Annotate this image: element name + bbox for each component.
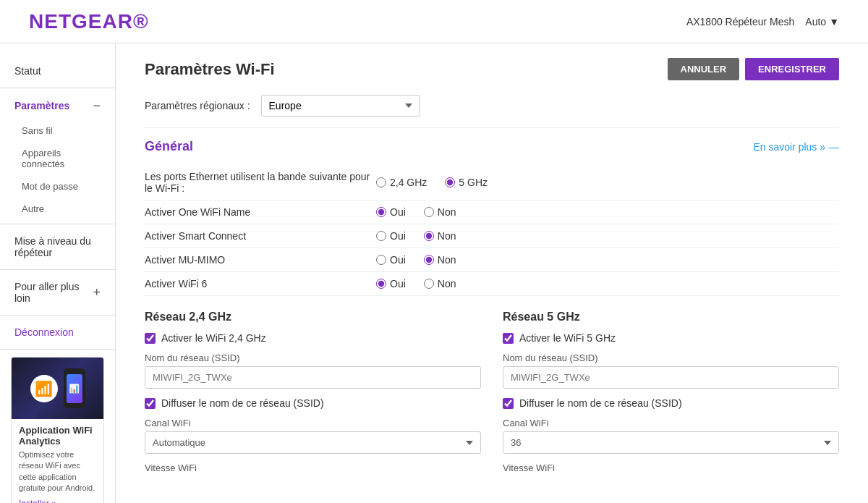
canal-5g-select[interactable]: 36 404448 [503, 431, 839, 454]
ethernet-label: Les ports Ethernet utilisent la bande su… [145, 171, 376, 194]
canal-5g-group: Canal WiFi 36 404448 [503, 418, 839, 454]
app-icon-phone-screen: 📊 [67, 374, 82, 403]
mu-mimo-non-label: Non [438, 254, 456, 266]
one-wifi-row: Activer One WiFi Name Oui Non [145, 200, 839, 224]
ssid-2g-group: Nom du réseau (SSID) [145, 352, 481, 389]
smart-connect-non-radio[interactable] [424, 231, 434, 241]
mu-mimo-row: Activer MU-MIMO Oui Non [145, 248, 839, 272]
mu-mimo-non-radio[interactable] [424, 255, 434, 265]
enable-5g-row: Activer le WiFi 5 GHz [503, 332, 839, 344]
page-header: Paramètres Wi-Fi ANNULER ENREGISTRER [145, 58, 839, 80]
ssid-2g-input[interactable] [145, 366, 481, 389]
network-2g-title: Réseau 2,4 GHz [145, 310, 481, 324]
broadcast-5g-label: Diffuser le nom de ce réseau (SSID) [519, 397, 682, 409]
ssid-5g-label: Nom du réseau (SSID) [503, 352, 839, 363]
app-promo-body: Application WiFi Analytics Optimisez vot… [12, 419, 103, 503]
broadcast-2g-row: Diffuser le nom de ce réseau (SSID) [145, 397, 481, 409]
mu-mimo-oui-option[interactable]: Oui [376, 254, 406, 266]
smart-connect-row: Activer Smart Connect Oui Non [145, 224, 839, 248]
network-2g: Réseau 2,4 GHz Activer le WiFi 2,4 GHz N… [145, 310, 481, 476]
one-wifi-label: Activer One WiFi Name [145, 206, 376, 218]
sidebar-divider-2 [0, 224, 115, 224]
app-icon-circle: 📶 [30, 375, 58, 402]
one-wifi-non-option[interactable]: Non [424, 206, 456, 218]
broadcast-5g-row: Diffuser le nom de ce réseau (SSID) [503, 397, 839, 409]
smart-connect-non-label: Non [438, 230, 456, 242]
wifi6-oui-radio[interactable] [376, 279, 386, 289]
mode-select[interactable]: Auto ▼ [805, 16, 839, 28]
canal-2g-label: Canal WiFi [145, 418, 481, 428]
enable-5g-checkbox[interactable] [503, 333, 514, 344]
wifi6-row: Activer WiFi 6 Oui Non [145, 272, 839, 296]
one-wifi-non-radio[interactable] [424, 207, 434, 217]
sidebar-item-mot-de-passe[interactable]: Mot de passe [0, 175, 115, 198]
logo: NETGEAR® [29, 10, 149, 33]
vitesse-2g-label: Vitesse WiFi [145, 462, 481, 473]
sidebar-app-promo: 📶 📊 Application WiFi Analytics Optimisez… [11, 357, 104, 503]
enable-2g-row: Activer le WiFi 2,4 GHz [145, 332, 481, 344]
one-wifi-non-label: Non [438, 206, 456, 218]
wifi6-non-option[interactable]: Non [424, 278, 456, 289]
app-promo-image: 📶 📊 [12, 358, 103, 419]
smart-connect-oui-radio[interactable] [376, 231, 386, 241]
app-install-link[interactable]: Installer » [19, 499, 96, 503]
mu-mimo-non-option[interactable]: Non [424, 254, 456, 266]
ethernet-5g-label: 5 GHz [459, 177, 488, 188]
sidebar: Statut Paramètres − Sans fil Appareils c… [0, 43, 116, 503]
header-right: AX1800 Répéteur Mesh Auto ▼ [686, 16, 839, 28]
app-title: Application WiFi Analytics [19, 425, 96, 447]
wifi6-oui-option[interactable]: Oui [376, 278, 406, 289]
one-wifi-oui-label: Oui [390, 206, 406, 218]
sidebar-divider-5 [0, 349, 115, 350]
sidebar-item-autre[interactable]: Autre [0, 198, 115, 220]
ethernet-2g-radio[interactable] [376, 177, 386, 187]
broadcast-2g-label: Diffuser le nom de ce réseau (SSID) [161, 397, 324, 409]
sidebar-item-pour-aller[interactable]: Pour aller plus loin + [0, 274, 115, 311]
ssid-5g-input[interactable] [503, 366, 839, 389]
wifi6-non-label: Non [438, 278, 456, 289]
layout: Statut Paramètres − Sans fil Appareils c… [0, 43, 868, 503]
ethernet-radio-group: 2,4 GHz 5 GHz [376, 177, 488, 188]
regional-label: Paramètres régionaux : [145, 100, 250, 111]
sidebar-expand-icon: + [93, 285, 101, 300]
ethernet-5g-option[interactable]: 5 GHz [445, 177, 488, 188]
canal-2g-select[interactable]: Automatique 123 [145, 431, 481, 454]
sidebar-item-mise-a-niveau[interactable]: Mise à niveau du répéteur [0, 228, 115, 266]
sidebar-parametres-label: Paramètres [14, 100, 69, 111]
sidebar-item-statut[interactable]: Statut [0, 58, 115, 84]
sidebar-section-parametres[interactable]: Paramètres − [0, 92, 115, 119]
smart-connect-oui-label: Oui [390, 230, 406, 242]
broadcast-5g-checkbox[interactable] [503, 398, 514, 409]
enable-2g-checkbox[interactable] [145, 333, 156, 344]
two-col-networks: Réseau 2,4 GHz Activer le WiFi 2,4 GHz N… [145, 310, 839, 476]
enable-5g-label: Activer le WiFi 5 GHz [519, 332, 616, 344]
one-wifi-oui-option[interactable]: Oui [376, 206, 406, 218]
sidebar-item-deconnexion[interactable]: Déconnexion [0, 319, 115, 345]
ethernet-5g-radio[interactable] [445, 177, 455, 187]
smart-connect-non-option[interactable]: Non [424, 230, 456, 242]
broadcast-2g-checkbox[interactable] [145, 398, 156, 409]
one-wifi-radio-group: Oui Non [376, 206, 456, 218]
mu-mimo-oui-radio[interactable] [376, 255, 386, 265]
learn-more-text: En savoir plus » [753, 141, 825, 153]
smart-connect-label: Activer Smart Connect [145, 230, 376, 242]
cancel-button[interactable]: ANNULER [668, 58, 740, 80]
sidebar-collapse-icon: − [93, 99, 101, 112]
sidebar-pour-aller-label: Pour aller plus loin [14, 281, 93, 304]
smart-connect-oui-option[interactable]: Oui [376, 230, 406, 242]
sidebar-item-sans-fil[interactable]: Sans fil [0, 119, 115, 142]
mu-mimo-radio-group: Oui Non [376, 254, 456, 266]
learn-more-link[interactable]: En savoir plus » — [753, 141, 839, 153]
one-wifi-oui-radio[interactable] [376, 207, 386, 217]
sidebar-item-appareils[interactable]: Appareils connectés [0, 142, 115, 175]
action-buttons: ANNULER ENREGISTRER [668, 58, 839, 80]
ethernet-2g-option[interactable]: 2,4 GHz [376, 177, 427, 188]
save-button[interactable]: ENREGISTRER [745, 58, 839, 80]
sidebar-divider-4 [0, 315, 115, 316]
regional-select[interactable]: Europe Amérique du Nord Asie Australie [261, 95, 420, 117]
wifi6-non-radio[interactable] [424, 279, 434, 289]
wifi6-radio-group: Oui Non [376, 278, 456, 289]
network-5g: Réseau 5 GHz Activer le WiFi 5 GHz Nom d… [503, 310, 839, 476]
device-name: AX1800 Répéteur Mesh [686, 16, 794, 28]
general-section-header: Général En savoir plus » — [145, 139, 839, 154]
